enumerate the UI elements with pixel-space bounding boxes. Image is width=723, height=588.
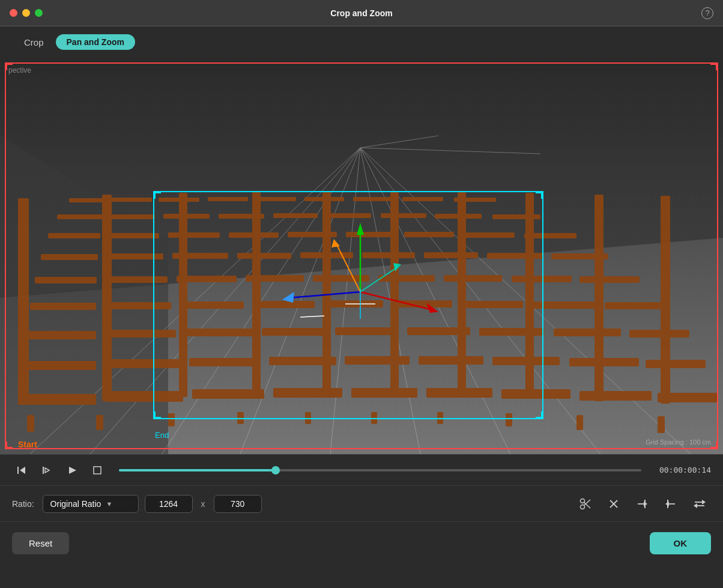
svg-rect-24 [105, 359, 180, 368]
svg-rect-27 [345, 356, 410, 365]
maximize-button[interactable] [35, 9, 43, 17]
ok-button[interactable]: OK [650, 532, 712, 554]
svg-rect-93 [402, 197, 443, 201]
svg-rect-106 [96, 415, 103, 430]
svg-rect-107 [168, 413, 175, 426]
timeline-thumb[interactable] [271, 466, 280, 474]
svg-rect-51 [106, 276, 168, 283]
svg-rect-96 [102, 195, 112, 401]
svg-rect-102 [525, 193, 534, 398]
svg-rect-95 [18, 198, 29, 402]
svg-rect-83 [381, 213, 426, 218]
svg-rect-41 [30, 303, 96, 310]
svg-rect-58 [579, 276, 640, 283]
svg-rect-69 [107, 233, 159, 238]
ratio-label: Ratio: [12, 499, 34, 509]
chevron-down-icon: ▼ [106, 500, 112, 508]
svg-rect-38 [479, 328, 544, 336]
svg-marker-129 [20, 467, 25, 474]
svg-rect-101 [458, 192, 466, 396]
tab-crop[interactable]: Crop [24, 35, 44, 50]
svg-rect-133 [94, 467, 101, 474]
svg-rect-77 [57, 214, 104, 219]
svg-rect-17 [273, 388, 342, 398]
tabbar: Crop Pan and Zoom [0, 26, 723, 58]
ratio-dropdown[interactable]: Original Ratio ▼ [43, 495, 139, 513]
footer: Reset OK [0, 521, 723, 565]
tab-panzoom[interactable]: Pan and Zoom [56, 34, 135, 50]
svg-rect-110 [371, 412, 377, 424]
play-button[interactable] [62, 462, 82, 479]
svg-rect-82 [327, 213, 371, 218]
help-icon[interactable]: ? [701, 7, 713, 19]
svg-rect-130 [43, 467, 44, 474]
svg-rect-20 [501, 389, 570, 399]
window-controls [10, 9, 43, 17]
svg-rect-60 [106, 253, 163, 259]
cut-button[interactable] [574, 494, 597, 514]
label-perspective: pective [8, 66, 31, 74]
arrow-in-button[interactable] [631, 494, 653, 514]
svg-rect-78 [108, 214, 155, 219]
label-end: End [155, 431, 169, 440]
window-title: Crop and Zoom [330, 8, 392, 18]
controls-bar: 00:00:00:14 [0, 454, 723, 485]
svg-rect-105 [27, 415, 34, 432]
timecode: 00:00:00:14 [659, 465, 711, 474]
reset-button[interactable]: Reset [12, 532, 69, 554]
svg-rect-62 [237, 253, 291, 259]
svg-rect-49 [605, 302, 668, 309]
timeline-fill [119, 469, 276, 471]
play-frame-button[interactable] [37, 462, 56, 479]
step-back-button[interactable] [12, 462, 31, 479]
svg-rect-64 [362, 252, 415, 258]
height-input[interactable] [214, 495, 262, 513]
svg-rect-104 [661, 196, 670, 404]
svg-rect-87 [111, 198, 152, 202]
svg-rect-114 [658, 416, 665, 433]
ratio-selected: Original Ratio [50, 499, 101, 509]
svg-rect-100 [390, 192, 399, 395]
svg-rect-55 [378, 275, 435, 282]
swap-button[interactable] [688, 494, 711, 514]
svg-rect-108 [237, 412, 244, 424]
ratio-bar: Ratio: Original Ratio ▼ x [0, 485, 723, 521]
svg-rect-39 [554, 329, 621, 336]
svg-rect-23 [21, 361, 96, 370]
svg-rect-112 [506, 413, 512, 426]
svg-rect-30 [569, 358, 639, 366]
stop-button[interactable] [88, 462, 107, 479]
svg-rect-59 [41, 254, 98, 260]
svg-marker-149 [694, 503, 697, 508]
titlebar: Crop and Zoom ? [0, 0, 723, 26]
svg-rect-66 [487, 253, 543, 259]
svg-rect-97 [179, 193, 187, 397]
svg-rect-43 [180, 302, 244, 309]
viewport[interactable]: pective Start End Grid Spacing : 100 cm [0, 58, 723, 454]
close-button[interactable] [10, 9, 17, 17]
svg-rect-33 [105, 330, 176, 338]
arrow-out-button[interactable] [659, 494, 682, 514]
svg-rect-57 [512, 276, 572, 282]
svg-rect-113 [576, 415, 583, 430]
svg-rect-70 [168, 232, 220, 238]
svg-rect-81 [273, 213, 318, 218]
svg-rect-18 [351, 388, 417, 398]
svg-rect-35 [262, 328, 327, 336]
svg-rect-48 [533, 302, 597, 309]
svg-rect-111 [437, 412, 443, 424]
svg-rect-56 [444, 275, 502, 282]
minimize-button[interactable] [22, 9, 30, 17]
svg-rect-21 [579, 391, 652, 401]
svg-rect-47 [461, 301, 523, 308]
width-input[interactable] [145, 495, 193, 513]
svg-marker-131 [45, 468, 49, 473]
svg-rect-65 [424, 252, 478, 258]
svg-rect-34 [185, 329, 253, 336]
svg-rect-44 [253, 301, 315, 308]
svg-rect-28 [419, 356, 483, 365]
svg-rect-89 [208, 197, 248, 201]
svg-rect-73 [346, 232, 395, 237]
remove-button[interactable] [603, 494, 625, 514]
timeline-track[interactable] [119, 469, 641, 471]
